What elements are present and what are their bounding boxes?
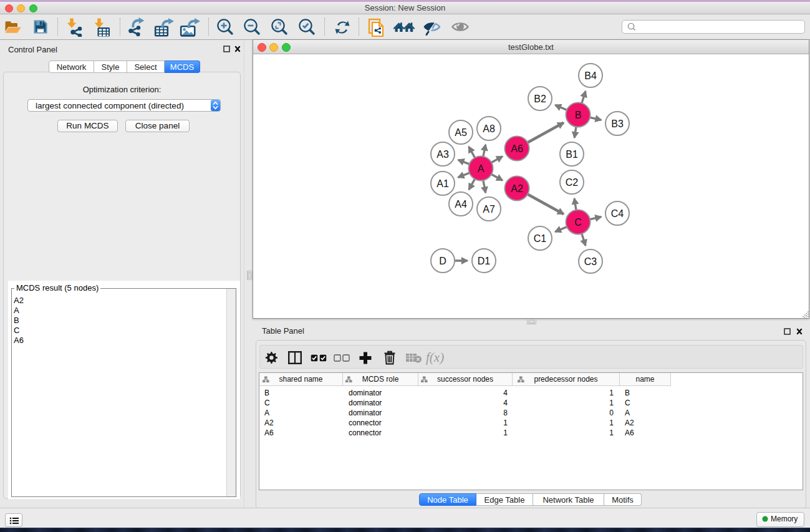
svg-text:A: A bbox=[478, 163, 485, 174]
svg-text:C4: C4 bbox=[611, 208, 624, 219]
svg-text:B3: B3 bbox=[611, 118, 624, 129]
svg-text:A2: A2 bbox=[511, 183, 523, 194]
svg-text:A8: A8 bbox=[483, 123, 495, 134]
svg-text:A4: A4 bbox=[455, 199, 467, 210]
svg-text:A6: A6 bbox=[511, 143, 523, 154]
svg-text:B: B bbox=[575, 110, 582, 120]
svg-text:B1: B1 bbox=[566, 149, 578, 160]
svg-text:B4: B4 bbox=[584, 70, 597, 81]
svg-text:C3: C3 bbox=[584, 256, 597, 267]
svg-text:A1: A1 bbox=[436, 178, 449, 189]
svg-text:A3: A3 bbox=[436, 149, 449, 160]
svg-text:C2: C2 bbox=[566, 177, 579, 188]
svg-text:B2: B2 bbox=[534, 94, 546, 104]
svg-text:A7: A7 bbox=[483, 204, 495, 215]
svg-text:D1: D1 bbox=[478, 256, 491, 266]
svg-text:A5: A5 bbox=[455, 127, 467, 138]
svg-text:D: D bbox=[439, 256, 446, 266]
svg-text:C: C bbox=[574, 217, 582, 228]
svg-text:C1: C1 bbox=[534, 233, 547, 244]
